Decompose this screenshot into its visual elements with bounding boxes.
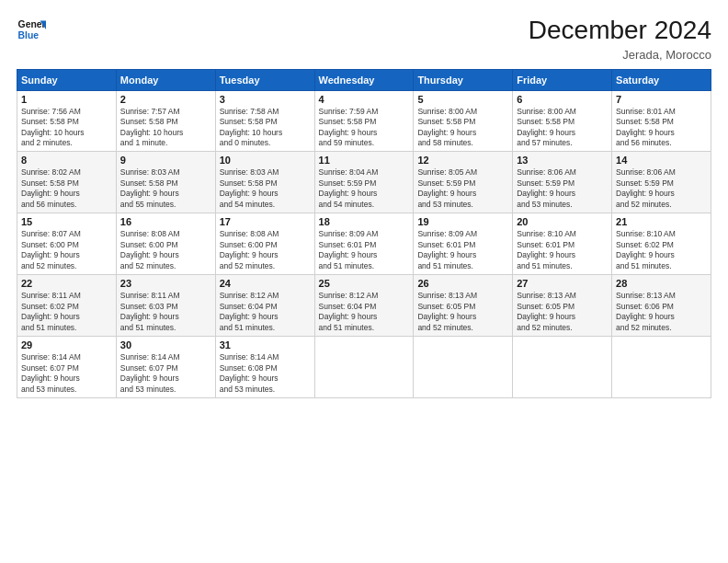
calendar-page: General Blue December 2024 Jerada, Moroc…	[0, 0, 728, 563]
day-number: 16	[120, 216, 211, 227]
day-cell: 8Sunrise: 8:02 AMSunset: 5:58 PMDaylight…	[17, 152, 117, 213]
day-info: Sunrise: 8:06 AMSunset: 5:59 PMDaylight:…	[517, 167, 608, 210]
day-cell: 21Sunrise: 8:10 AMSunset: 6:02 PMDayligh…	[612, 213, 711, 275]
day-cell	[414, 337, 513, 398]
day-cell: 1Sunrise: 7:56 AMSunset: 5:58 PMDaylight…	[17, 90, 117, 152]
page-header: General Blue December 2024 Jerada, Moroc…	[17, 15, 711, 62]
day-cell: 23Sunrise: 8:11 AMSunset: 6:03 PMDayligh…	[116, 275, 215, 337]
logo: General Blue	[17, 15, 46, 44]
day-cell: 4Sunrise: 7:59 AMSunset: 5:58 PMDaylight…	[314, 90, 414, 152]
day-number: 21	[616, 216, 707, 227]
day-cell: 19Sunrise: 8:09 AMSunset: 6:01 PMDayligh…	[414, 213, 513, 275]
day-number: 19	[417, 216, 508, 227]
calendar-body: 1Sunrise: 7:56 AMSunset: 5:58 PMDaylight…	[17, 90, 711, 397]
day-cell: 6Sunrise: 8:00 AMSunset: 5:58 PMDaylight…	[513, 90, 612, 152]
day-cell: 25Sunrise: 8:12 AMSunset: 6:04 PMDayligh…	[314, 275, 414, 337]
day-info: Sunrise: 8:14 AMSunset: 6:08 PMDaylight:…	[220, 352, 311, 395]
calendar-header: Sunday Monday Tuesday Wednesday Thursday…	[17, 69, 711, 90]
day-number: 3	[220, 94, 311, 105]
day-info: Sunrise: 8:00 AMSunset: 5:58 PMDaylight:…	[517, 107, 608, 149]
day-cell: 11Sunrise: 8:04 AMSunset: 5:59 PMDayligh…	[314, 152, 414, 213]
location: Jerada, Morocco	[529, 48, 711, 62]
col-sunday: Sunday	[17, 69, 117, 90]
calendar-table: Sunday Monday Tuesday Wednesday Thursday…	[17, 69, 711, 398]
day-number: 23	[120, 278, 211, 289]
day-cell: 5Sunrise: 8:00 AMSunset: 5:58 PMDaylight…	[414, 90, 513, 152]
week-row-3: 15Sunrise: 8:07 AMSunset: 6:00 PMDayligh…	[17, 213, 711, 275]
col-friday: Friday	[513, 69, 612, 90]
day-info: Sunrise: 8:13 AMSunset: 6:06 PMDaylight:…	[616, 291, 707, 333]
day-number: 30	[120, 339, 211, 350]
day-number: 25	[319, 278, 410, 289]
week-row-2: 8Sunrise: 8:02 AMSunset: 5:58 PMDaylight…	[17, 152, 711, 213]
day-number: 4	[319, 94, 410, 105]
day-cell: 31Sunrise: 8:14 AMSunset: 6:08 PMDayligh…	[215, 337, 314, 398]
day-cell: 17Sunrise: 8:08 AMSunset: 6:00 PMDayligh…	[215, 213, 314, 275]
day-number: 7	[616, 94, 707, 105]
col-thursday: Thursday	[414, 69, 513, 90]
day-cell: 16Sunrise: 8:08 AMSunset: 6:00 PMDayligh…	[116, 213, 215, 275]
day-info: Sunrise: 7:59 AMSunset: 5:58 PMDaylight:…	[319, 107, 410, 149]
day-cell: 10Sunrise: 8:03 AMSunset: 5:58 PMDayligh…	[215, 152, 314, 213]
day-info: Sunrise: 8:09 AMSunset: 6:01 PMDaylight:…	[417, 229, 508, 271]
day-number: 31	[220, 339, 311, 350]
day-cell	[612, 337, 711, 398]
day-number: 29	[21, 339, 112, 350]
svg-text:Blue: Blue	[18, 30, 40, 40]
col-saturday: Saturday	[612, 69, 711, 90]
title-block: December 2024 Jerada, Morocco	[529, 15, 711, 62]
day-cell: 22Sunrise: 8:11 AMSunset: 6:02 PMDayligh…	[17, 275, 117, 337]
day-info: Sunrise: 8:14 AMSunset: 6:07 PMDaylight:…	[120, 352, 211, 395]
day-number: 6	[517, 94, 608, 105]
day-cell: 24Sunrise: 8:12 AMSunset: 6:04 PMDayligh…	[215, 275, 314, 337]
day-cell: 20Sunrise: 8:10 AMSunset: 6:01 PMDayligh…	[513, 213, 612, 275]
day-info: Sunrise: 8:06 AMSunset: 5:59 PMDaylight:…	[616, 167, 707, 210]
week-row-5: 29Sunrise: 8:14 AMSunset: 6:07 PMDayligh…	[17, 337, 711, 398]
day-info: Sunrise: 7:56 AMSunset: 5:58 PMDaylight:…	[21, 107, 112, 149]
col-wednesday: Wednesday	[314, 69, 414, 90]
day-info: Sunrise: 8:00 AMSunset: 5:58 PMDaylight:…	[417, 107, 508, 149]
day-info: Sunrise: 7:58 AMSunset: 5:58 PMDaylight:…	[220, 107, 311, 149]
day-cell: 28Sunrise: 8:13 AMSunset: 6:06 PMDayligh…	[612, 275, 711, 337]
day-number: 24	[220, 278, 311, 289]
day-number: 17	[220, 216, 311, 227]
day-cell: 29Sunrise: 8:14 AMSunset: 6:07 PMDayligh…	[17, 337, 117, 398]
day-info: Sunrise: 8:13 AMSunset: 6:05 PMDaylight:…	[417, 291, 508, 333]
day-info: Sunrise: 8:04 AMSunset: 5:59 PMDaylight:…	[319, 167, 410, 210]
day-number: 20	[517, 216, 608, 227]
day-info: Sunrise: 8:11 AMSunset: 6:03 PMDaylight:…	[120, 291, 211, 333]
col-monday: Monday	[116, 69, 215, 90]
day-number: 9	[120, 155, 211, 166]
day-number: 8	[21, 155, 112, 166]
day-info: Sunrise: 8:02 AMSunset: 5:58 PMDaylight:…	[21, 167, 112, 210]
day-number: 13	[517, 155, 608, 166]
day-info: Sunrise: 7:57 AMSunset: 5:58 PMDaylight:…	[120, 107, 211, 149]
day-cell	[513, 337, 612, 398]
day-info: Sunrise: 8:08 AMSunset: 6:00 PMDaylight:…	[220, 229, 311, 271]
month-title: December 2024	[529, 15, 711, 46]
day-cell: 30Sunrise: 8:14 AMSunset: 6:07 PMDayligh…	[116, 337, 215, 398]
day-info: Sunrise: 8:10 AMSunset: 6:02 PMDaylight:…	[616, 229, 707, 271]
day-number: 11	[319, 155, 410, 166]
day-cell: 26Sunrise: 8:13 AMSunset: 6:05 PMDayligh…	[414, 275, 513, 337]
day-info: Sunrise: 8:01 AMSunset: 5:58 PMDaylight:…	[616, 107, 707, 149]
day-cell: 7Sunrise: 8:01 AMSunset: 5:58 PMDaylight…	[612, 90, 711, 152]
day-cell: 18Sunrise: 8:09 AMSunset: 6:01 PMDayligh…	[314, 213, 414, 275]
day-info: Sunrise: 8:09 AMSunset: 6:01 PMDaylight:…	[319, 229, 410, 271]
logo-icon: General Blue	[17, 15, 46, 44]
day-number: 28	[616, 278, 707, 289]
day-cell	[314, 337, 414, 398]
day-info: Sunrise: 8:12 AMSunset: 6:04 PMDaylight:…	[220, 291, 311, 333]
day-number: 14	[616, 155, 707, 166]
day-number: 27	[517, 278, 608, 289]
day-number: 15	[21, 216, 112, 227]
day-cell: 13Sunrise: 8:06 AMSunset: 5:59 PMDayligh…	[513, 152, 612, 213]
day-cell: 15Sunrise: 8:07 AMSunset: 6:00 PMDayligh…	[17, 213, 117, 275]
day-info: Sunrise: 8:05 AMSunset: 5:59 PMDaylight:…	[417, 167, 508, 210]
week-row-1: 1Sunrise: 7:56 AMSunset: 5:58 PMDaylight…	[17, 90, 711, 152]
day-cell: 12Sunrise: 8:05 AMSunset: 5:59 PMDayligh…	[414, 152, 513, 213]
header-row: Sunday Monday Tuesday Wednesday Thursday…	[17, 69, 711, 90]
day-number: 5	[417, 94, 508, 105]
day-info: Sunrise: 8:11 AMSunset: 6:02 PMDaylight:…	[21, 291, 112, 333]
day-cell: 3Sunrise: 7:58 AMSunset: 5:58 PMDaylight…	[215, 90, 314, 152]
